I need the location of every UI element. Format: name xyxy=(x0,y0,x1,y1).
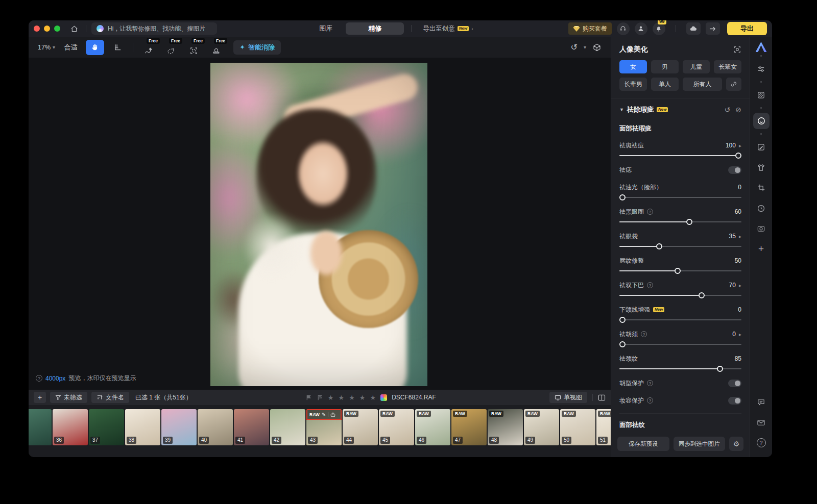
thumbnail[interactable]: 41 xyxy=(234,409,269,445)
original-compare-button[interactable] xyxy=(592,43,602,52)
single-view-button[interactable]: 单视图 xyxy=(549,392,587,403)
thumbnail[interactable]: RAW 51 xyxy=(596,409,611,445)
background-edit-button[interactable] xyxy=(753,139,770,155)
slider-knob[interactable] xyxy=(686,219,692,225)
slider-track[interactable] xyxy=(619,194,741,201)
thumbnail[interactable]: 37 xyxy=(89,409,124,445)
account-button[interactable] xyxy=(635,22,647,35)
gender-single-button[interactable]: 单人 xyxy=(651,78,679,91)
flag-pick-icon[interactable] xyxy=(305,394,312,401)
slider-track[interactable] xyxy=(619,316,741,323)
sort-button[interactable]: 文件名 xyxy=(91,392,129,403)
split-view-button[interactable] xyxy=(598,394,606,401)
gender-female-button[interactable]: 女 xyxy=(619,60,647,73)
slider-track[interactable] xyxy=(619,365,741,372)
toggle-switch[interactable] xyxy=(728,166,741,174)
gender-everyone-button[interactable]: 所有人 xyxy=(683,78,722,91)
expand-arrow-icon[interactable]: ▸ xyxy=(739,143,741,148)
minimize-window-button[interactable] xyxy=(44,26,50,32)
thumbnail[interactable]: RAW 44 xyxy=(343,409,378,445)
star-icon[interactable]: ★ xyxy=(328,394,334,401)
expand-arrow-icon[interactable]: ▸ xyxy=(739,234,741,239)
compare-icon[interactable]: ⊘ xyxy=(735,106,741,114)
slider-track[interactable] xyxy=(619,218,741,225)
curve-pen-tool-button[interactable]: Free xyxy=(138,37,159,58)
add-panel-button[interactable]: + xyxy=(753,241,770,257)
slider-track[interactable] xyxy=(619,341,741,348)
fit-button[interactable]: 合适 xyxy=(64,43,78,52)
outfit-button[interactable] xyxy=(753,159,770,175)
heal-patch-tool-button[interactable]: Free xyxy=(161,37,181,58)
thumbnail[interactable]: RAW ✎ 43 xyxy=(306,409,342,445)
gender-elder-female-button[interactable]: 长辈女 xyxy=(714,60,741,73)
thumbnail[interactable]: RAW 46 xyxy=(415,409,450,445)
link-button[interactable] xyxy=(726,78,741,91)
help-button[interactable]: ? xyxy=(753,435,770,451)
toggle-switch[interactable] xyxy=(728,380,741,387)
color-label[interactable] xyxy=(380,394,387,401)
info-icon[interactable]: ? xyxy=(647,282,653,288)
slider-knob[interactable] xyxy=(619,341,626,347)
notifications-button[interactable]: 99 xyxy=(653,22,665,35)
thumbnail[interactable]: 40 xyxy=(198,409,233,445)
zoom-window-button[interactable] xyxy=(54,26,60,32)
expand-frame-tool-button[interactable]: Free xyxy=(183,37,204,58)
texture-panel-button[interactable] xyxy=(753,87,770,103)
camera-raw-button[interactable] xyxy=(753,220,770,237)
info-icon[interactable]: ? xyxy=(647,397,653,404)
slider-track[interactable] xyxy=(619,152,741,159)
undo-button[interactable]: ↺ xyxy=(571,42,578,52)
save-preset-button[interactable]: 保存新预设 xyxy=(617,437,669,451)
crop-button[interactable] xyxy=(753,180,770,196)
home-button[interactable] xyxy=(67,23,81,34)
slider-knob[interactable] xyxy=(735,153,741,159)
composition-tool-button[interactable] xyxy=(108,40,127,55)
star-icon[interactable]: ★ xyxy=(339,394,345,401)
star-icon[interactable]: ★ xyxy=(349,394,355,401)
thumbnail[interactable]: 36 xyxy=(53,409,88,445)
add-photos-button[interactable]: + xyxy=(34,392,46,403)
filter-button[interactable]: 未筛选 xyxy=(50,392,87,403)
reset-icon[interactable]: ↺ xyxy=(725,106,731,114)
tab-retouch[interactable]: 精修 xyxy=(346,22,404,35)
close-window-button[interactable] xyxy=(34,26,40,32)
thumbnail[interactable]: RAW 47 xyxy=(451,409,487,445)
slider-track[interactable] xyxy=(619,243,741,250)
thumbnail[interactable] xyxy=(29,409,52,445)
image-canvas[interactable]: ? 4000px 预览，水印仅在预览显示 xyxy=(29,58,611,390)
info-icon[interactable]: ? xyxy=(647,380,653,386)
support-button[interactable] xyxy=(617,22,630,35)
share-button[interactable] xyxy=(706,22,720,35)
feedback-button[interactable] xyxy=(753,394,770,410)
section-header[interactable]: ▼ 祛除瑕疵 New ↺ ⊘ xyxy=(611,98,750,114)
thumbnail[interactable]: RAW 48 xyxy=(488,409,523,445)
star-icon[interactable]: ★ xyxy=(370,394,376,401)
stamp-tool-button[interactable]: Free xyxy=(206,37,226,58)
info-icon[interactable]: ? xyxy=(647,209,653,215)
export-button[interactable]: 导出 xyxy=(727,22,767,35)
gender-child-button[interactable]: 儿童 xyxy=(683,60,710,73)
flag-reject-icon[interactable] xyxy=(317,394,323,401)
expand-arrow-icon[interactable]: ▸ xyxy=(739,283,741,288)
mail-button[interactable] xyxy=(753,414,770,431)
gender-male-button[interactable]: 男 xyxy=(651,60,679,73)
slider-track[interactable] xyxy=(619,267,741,274)
buy-plan-button[interactable]: 购买套餐 xyxy=(568,22,612,35)
expand-arrow-icon[interactable]: ▸ xyxy=(739,332,741,337)
thumbnail[interactable]: RAW 50 xyxy=(560,409,595,445)
hand-tool-button[interactable] xyxy=(86,40,104,55)
face-detect-icon[interactable] xyxy=(733,45,741,54)
toggle-switch[interactable] xyxy=(728,397,741,405)
ai-assistant-input[interactable]: Hi，让我帮你修图、找功能、搜图片 xyxy=(91,22,217,35)
tab-gallery[interactable]: 图库 xyxy=(308,22,344,35)
smart-erase-button[interactable]: ✦ 智能消除 xyxy=(233,40,281,55)
portrait-panel-button[interactable] xyxy=(753,113,770,129)
thumbnail[interactable]: 38 xyxy=(125,409,160,445)
slider-knob[interactable] xyxy=(619,194,626,200)
history-dropdown[interactable]: ▾ xyxy=(584,44,586,50)
thumbnail[interactable]: 39 xyxy=(161,409,197,445)
slider-knob[interactable] xyxy=(619,317,626,323)
slider-knob[interactable] xyxy=(675,268,681,274)
info-icon[interactable]: ? xyxy=(641,331,647,337)
cloud-sync-button[interactable] xyxy=(686,22,701,35)
